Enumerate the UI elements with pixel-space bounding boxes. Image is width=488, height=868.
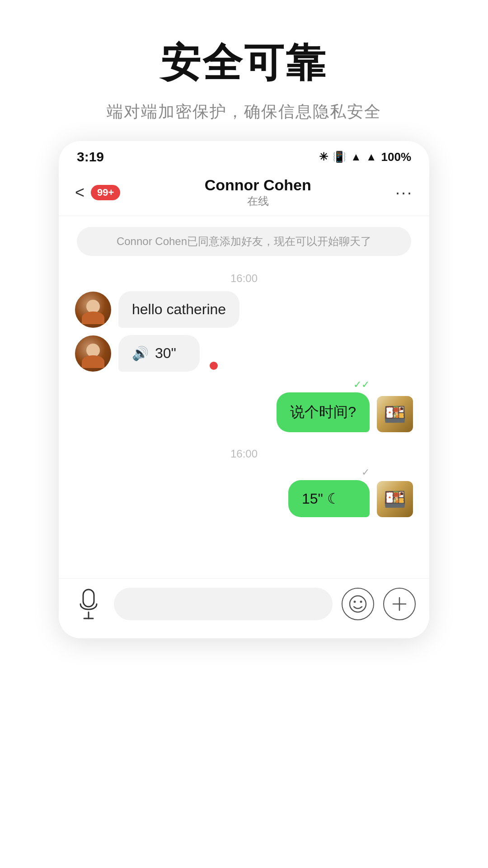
sender-avatar-2 <box>75 335 111 372</box>
chat-input-bar <box>59 578 429 638</box>
vibrate-icon: 📳 <box>333 151 346 163</box>
chat-spacer <box>59 556 429 579</box>
sender-avatar-1 <box>75 292 111 328</box>
unread-indicator <box>210 362 218 370</box>
message-row-1: hello catherine <box>75 291 413 328</box>
voice-duration: 30" <box>155 345 176 362</box>
message-bubble-4: 15" ☾ <box>288 480 370 517</box>
bluetooth-icon: ✳ <box>319 151 328 163</box>
svg-point-5 <box>360 601 362 603</box>
microphone-button[interactable] <box>72 588 105 620</box>
message-bubble-3: 说个时间? <box>277 392 370 432</box>
message-row-4: ✓ 15" ☾ <box>75 467 413 517</box>
status-bar: 3:19 ✳ 📳 ▲ ▲ 100% <box>59 141 429 169</box>
chat-header-left: < 99+ <box>75 183 120 202</box>
notification-badge: 99+ <box>91 185 120 200</box>
add-button[interactable] <box>383 588 416 620</box>
plus-icon <box>391 596 408 612</box>
emoji-button[interactable] <box>342 588 374 620</box>
message-text-3: 说个时间? <box>290 404 356 420</box>
svg-point-4 <box>354 601 356 603</box>
chat-header-center: Connor Cohen 在线 <box>120 176 395 208</box>
emoji-icon <box>349 595 367 613</box>
chat-body: 16:00 hello catherine 🔊 30" <box>59 259 429 556</box>
message-input[interactable] <box>114 588 333 620</box>
battery-level: 100% <box>381 150 412 164</box>
system-notice: Connor Cohen已同意添加好友，现在可以开始聊天了 <box>77 227 411 256</box>
mic-icon <box>79 589 99 619</box>
contact-status: 在线 <box>247 194 269 208</box>
read-tick-1: ✓✓ <box>353 379 370 391</box>
message-row-2: 🔊 30" <box>75 335 413 372</box>
back-button[interactable]: < <box>75 183 84 202</box>
message-row-3: ✓✓ 说个时间? <box>75 379 413 432</box>
timestamp-1: 16:00 <box>75 272 413 285</box>
status-icons: ✳ 📳 ▲ ▲ 100% <box>319 150 411 164</box>
phone-mockup: 3:19 ✳ 📳 ▲ ▲ 100% < 99+ Connor Cohen 在线 … <box>59 141 429 638</box>
sent-avatar-1 <box>377 396 413 432</box>
message-text-4: 15" ☾ <box>302 490 340 507</box>
wifi-icon: ▲ <box>351 151 361 163</box>
sent-wrapper-1: ✓✓ 说个时间? <box>277 379 370 432</box>
voice-icon: 🔊 <box>132 345 149 361</box>
chat-header: < 99+ Connor Cohen 在线 ··· <box>59 169 429 216</box>
svg-point-3 <box>350 596 366 612</box>
contact-name: Connor Cohen <box>205 176 311 194</box>
svg-rect-0 <box>83 590 94 607</box>
timestamp-2: 16:00 <box>75 448 413 460</box>
page-header: 安全可靠 端对端加密保护，确保信息隐私安全 <box>0 0 488 141</box>
status-time: 3:19 <box>77 149 104 165</box>
signal-icon: ▲ <box>366 151 377 163</box>
message-bubble-1: hello catherine <box>118 291 239 328</box>
page-subtitle: 端对端加密保护，确保信息隐私安全 <box>107 101 381 123</box>
sent-wrapper-2: ✓ 15" ☾ <box>288 467 370 517</box>
sent-avatar-2 <box>377 481 413 517</box>
page-title: 安全可靠 <box>161 36 327 90</box>
message-bubble-2: 🔊 30" <box>118 335 200 372</box>
more-options-button[interactable]: ··· <box>395 183 413 202</box>
message-text-1: hello catherine <box>132 301 226 317</box>
read-tick-2: ✓ <box>361 467 370 478</box>
